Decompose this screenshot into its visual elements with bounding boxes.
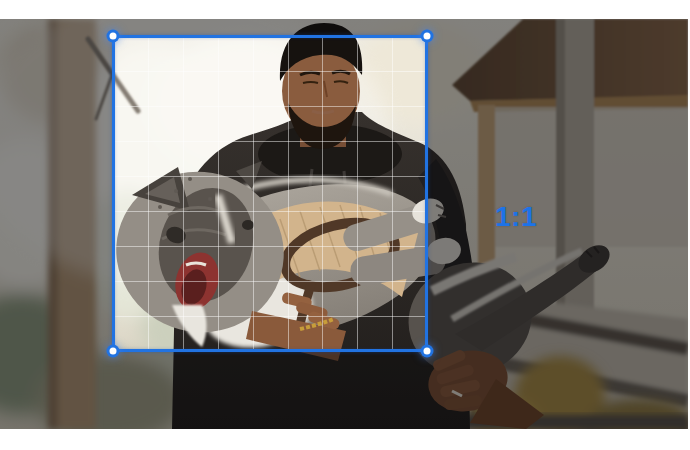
crop-handle-bottom-left[interactable]	[110, 348, 117, 355]
crop-box[interactable]	[113, 36, 427, 351]
crop-border[interactable]	[112, 35, 428, 352]
crop-handle-top-left[interactable]	[110, 33, 117, 40]
aspect-ratio-label: 1:1	[495, 201, 537, 233]
crop-editor-canvas: 1:1	[0, 0, 690, 450]
crop-handle-top-right[interactable]	[424, 33, 431, 40]
crop-handle-bottom-right[interactable]	[424, 348, 431, 355]
